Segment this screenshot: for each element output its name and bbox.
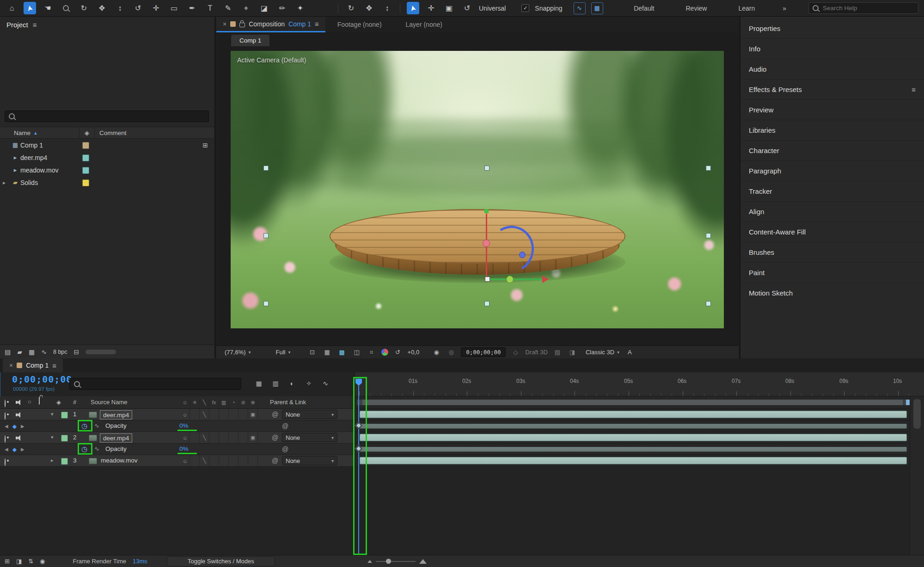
add-keyframe-icon[interactable]: ◆ [12, 423, 17, 430]
help-search-input[interactable] [822, 4, 914, 12]
property-name[interactable]: Opacity [105, 445, 127, 452]
viewer-timecode[interactable]: 0;00;00;00 [461, 347, 506, 357]
pixel-aspect-icon[interactable]: ◨ [567, 348, 577, 357]
selection-tool-icon[interactable]: ➤ [24, 2, 36, 14]
mask-switch[interactable] [219, 432, 229, 444]
parent-dropdown[interactable]: None▾ [282, 410, 337, 419]
parent-pickwhip-icon[interactable]: @ [272, 457, 278, 464]
expand-transfer-icon[interactable]: ⊞ [5, 558, 10, 565]
trash-icon[interactable]: ⊟ [74, 348, 80, 356]
project-scrollbar[interactable] [86, 350, 116, 354]
help-search[interactable] [808, 2, 918, 14]
draft-3d-label[interactable]: Draft 3D [525, 349, 547, 356]
shy-switch[interactable]: ☺ [180, 409, 190, 420]
new-folder-icon[interactable]: ▰ [17, 348, 22, 356]
composition-mini-flowchart-icon[interactable]: ▦ [253, 378, 264, 389]
puppet-pin-tool-icon[interactable]: ✦ [294, 2, 306, 14]
camera-dolly-icon[interactable]: ↕ [381, 2, 393, 14]
grid-options-icon[interactable]: ▦ [322, 348, 332, 357]
panel-item-align[interactable]: Align [740, 202, 924, 222]
panel-item-audio[interactable]: Audio [740, 59, 924, 80]
roto-brush-tool-icon[interactable]: ✏ [276, 2, 288, 14]
layer-source-name[interactable]: meadow.mov [101, 457, 138, 464]
project-bit-depth[interactable]: 8 bpc [53, 349, 67, 355]
composition-viewer[interactable]: Active Camera (Default) [216, 46, 739, 345]
zoom-slider-knob[interactable] [386, 559, 391, 564]
label-column-icon[interactable]: ◈ [56, 399, 61, 406]
timeline-vertical-scrollbar[interactable] [910, 396, 924, 555]
3d-switch[interactable]: ▣ [248, 432, 258, 444]
zoom-slider[interactable] [376, 561, 416, 562]
panel-item-tracker[interactable]: Tracker [740, 181, 924, 202]
gizmo-y-axis[interactable] [486, 214, 487, 282]
opacity-value[interactable]: 0% [179, 422, 189, 429]
panel-menu-icon[interactable]: ≡ [52, 362, 56, 370]
twirl-open-icon[interactable]: ▾ [51, 411, 54, 417]
lock-icon[interactable] [239, 23, 245, 27]
project-row-comp1[interactable]: ▦ Comp 1 ⊞ [0, 139, 214, 151]
orbit-camera-tool-icon[interactable]: ↻ [78, 2, 90, 14]
timeline-tab-comp1[interactable]: × Comp 1 ≡ [3, 358, 63, 372]
column-name[interactable]: Name ▲ [0, 127, 80, 138]
reset-exposure-icon[interactable]: ↺ [393, 348, 403, 357]
twirl-open-icon[interactable]: ▾ [51, 434, 54, 440]
new-composition-icon[interactable]: ▦ [29, 348, 35, 356]
pan-behind-tool-icon[interactable]: ✛ [150, 2, 162, 14]
layer-eye-icon[interactable] [5, 436, 6, 443]
color-management-icon[interactable] [381, 349, 388, 356]
3d-column-icon[interactable]: ⊕ [248, 396, 258, 408]
expand-inout-icon[interactable]: ◨ [16, 558, 22, 565]
parent-pickwhip-icon[interactable]: @ [272, 434, 278, 441]
toggle-switches-modes-button[interactable]: Toggle Switches / Modes [167, 556, 275, 567]
3d-switch[interactable] [248, 455, 258, 467]
snapping-checkbox[interactable]: ✓ [521, 4, 529, 12]
zoom-out-icon[interactable] [367, 560, 372, 563]
fx-switch[interactable] [209, 432, 219, 444]
resolution-dropdown[interactable]: Full▾ [272, 348, 294, 357]
fast-previews-icon[interactable]: ▤ [552, 348, 563, 357]
close-icon[interactable]: × [223, 20, 226, 28]
label-color-chip[interactable] [82, 179, 89, 186]
expand-options-icon[interactable]: ◉ [40, 558, 45, 565]
selection-handle[interactable] [263, 301, 269, 306]
tab-footage[interactable]: Footage (none) [325, 17, 394, 32]
next-keyframe-icon[interactable]: ▶ [21, 424, 24, 429]
rotation-tool-icon[interactable]: ↺ [132, 2, 144, 14]
zoom-tool-icon[interactable] [60, 2, 72, 14]
rulers-icon[interactable]: ⌗ [367, 348, 377, 357]
work-area-bar[interactable] [357, 400, 908, 405]
layer-track-2[interactable] [355, 432, 924, 443]
layer-bar[interactable] [360, 457, 907, 464]
property-name[interactable]: Opacity [105, 422, 127, 429]
panel-item-motion-sketch[interactable]: Motion Sketch [740, 283, 924, 303]
playhead-line[interactable] [358, 385, 359, 554]
selection-handle[interactable] [706, 166, 711, 171]
source-name-column-header[interactable]: Source Name [91, 399, 127, 406]
mask-switch[interactable] [219, 455, 229, 467]
panel-item-content-aware-fill[interactable]: Content-Aware Fill [740, 222, 924, 242]
gizmo-x-axis[interactable] [488, 278, 542, 280]
expand-arrow-icon[interactable]: ▸ [0, 179, 10, 186]
pan-camera-tool-icon[interactable]: ✥ [96, 2, 108, 14]
collapse-column-icon[interactable]: ✳ [190, 396, 200, 408]
viewer-tab-comp1[interactable]: Comp 1 [231, 35, 269, 46]
layer-eye-icon[interactable] [5, 413, 6, 419]
clone-stamp-tool-icon[interactable]: ⌖ [240, 2, 252, 14]
layer-bar[interactable] [360, 434, 907, 441]
shy-switch[interactable]: ☺ [180, 455, 190, 467]
draft-3d-toggle-icon[interactable]: ▥ [270, 378, 281, 389]
project-row-deer[interactable]: ▸ deer.mp4 [0, 151, 214, 164]
motion-blur-switch[interactable] [229, 409, 239, 420]
adjustment-column-icon[interactable]: ⊘ [239, 396, 248, 408]
layer-eye-icon[interactable] [5, 459, 6, 466]
project-row-meadow[interactable]: ▸ meadow.mov [0, 164, 214, 176]
panel-item-character[interactable]: Character [740, 141, 924, 161]
fx-column-icon[interactable]: fx [209, 396, 219, 408]
transparency-grid-icon[interactable]: ▩ [337, 348, 347, 357]
label-color-chip[interactable] [82, 167, 89, 174]
panel-item-paragraph[interactable]: Paragraph [740, 161, 924, 181]
layer-bar[interactable] [360, 411, 907, 418]
parent-link-column-header[interactable]: Parent & Link [270, 399, 306, 406]
mask-switch[interactable] [219, 409, 229, 420]
gizmo-handle-blue[interactable] [519, 252, 526, 258]
